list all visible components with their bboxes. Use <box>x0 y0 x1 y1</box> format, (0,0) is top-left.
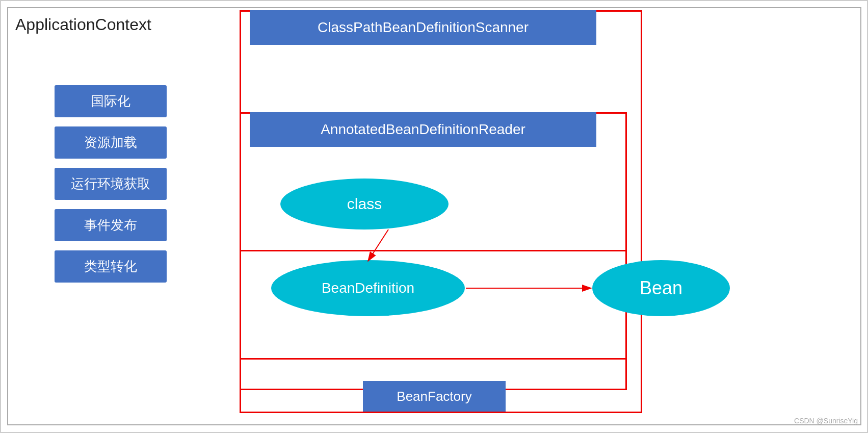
watermark: CSDN @SunriseYig <box>794 417 858 425</box>
bean-definition-ellipse: BeanDefinition <box>271 260 465 316</box>
feature-env-acquisition: 运行环境获取 <box>55 168 167 200</box>
beanfactory-box: BeanFactory <box>363 381 506 412</box>
left-feature-boxes: 国际化 资源加载 运行环境获取 事件发布 类型转化 <box>55 85 167 283</box>
beanfactory-label: BeanFactory <box>397 389 471 404</box>
class-label: class <box>347 195 382 213</box>
classpath-scanner-box: ClassPathBeanDefinitionScanner <box>250 10 596 45</box>
feature-resource-loading: 资源加载 <box>55 126 167 159</box>
feature-type-conversion: 类型转化 <box>55 250 167 283</box>
annotated-reader-box: AnnotatedBeanDefinitionReader <box>250 112 596 147</box>
classpath-scanner-label: ClassPathBeanDefinitionScanner <box>318 19 529 36</box>
app-context-title: ApplicationContext <box>15 15 151 34</box>
diagram-container: ApplicationContext 国际化 资源加载 运行环境获取 事件发布 … <box>0 0 868 433</box>
annotated-reader-label: AnnotatedBeanDefinitionReader <box>321 121 525 138</box>
feature-event-publish: 事件发布 <box>55 209 167 241</box>
feature-internationalization: 国际化 <box>55 85 167 117</box>
bean-definition-label: BeanDefinition <box>322 280 414 296</box>
bean-label: Bean <box>640 277 682 299</box>
class-ellipse: class <box>280 179 449 230</box>
bean-ellipse: Bean <box>592 260 730 316</box>
